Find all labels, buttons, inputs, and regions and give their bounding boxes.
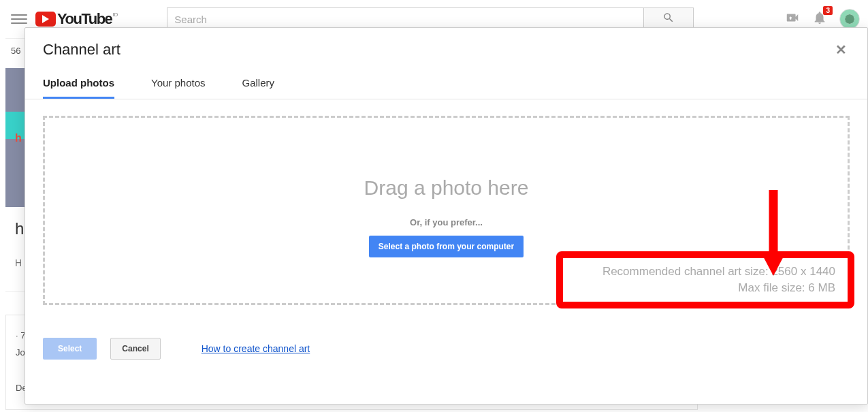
tab-your-photos[interactable]: Your photos	[151, 77, 206, 99]
select-button[interactable]: Select	[43, 338, 97, 360]
bell-icon	[812, 16, 827, 27]
modal-title: Channel art	[43, 41, 120, 59]
notification-badge: 3	[823, 6, 833, 15]
channel-art-modal: Channel art ✕ Upload photos Your photos …	[25, 27, 868, 405]
youtube-logo[interactable]: YouTube ID	[35, 9, 118, 29]
search-icon	[662, 12, 675, 27]
svg-marker-0	[42, 15, 49, 23]
modal-tabs: Upload photos Your photos Gallery	[25, 61, 867, 99]
hamburger-menu-icon[interactable]	[11, 11, 27, 27]
play-icon	[35, 12, 56, 27]
avatar[interactable]	[839, 9, 860, 29]
select-photo-button[interactable]: Select a photo from your computer	[369, 236, 524, 257]
bg-banner-text: h	[15, 132, 22, 144]
cancel-button[interactable]: Cancel	[110, 338, 160, 360]
notifications-button[interactable]: 3	[812, 10, 827, 28]
logo-text: YouTube	[57, 10, 112, 28]
svg-marker-2	[761, 253, 786, 276]
help-link[interactable]: How to create channel art	[202, 343, 310, 354]
drag-prompt: Drag a photo here	[364, 176, 529, 200]
upload-video-icon[interactable]	[785, 10, 800, 28]
or-prompt: Or, if you prefer...	[410, 217, 483, 227]
tab-upload-photos[interactable]: Upload photos	[43, 77, 114, 99]
annotation-highlight-rect	[556, 251, 854, 308]
tab-gallery[interactable]: Gallery	[242, 77, 275, 99]
region-code: ID	[112, 12, 118, 18]
annotation-arrow-icon	[758, 187, 788, 276]
upload-dropzone[interactable]: Drag a photo here Or, if you prefer... S…	[43, 116, 850, 305]
close-icon[interactable]: ✕	[833, 39, 850, 61]
